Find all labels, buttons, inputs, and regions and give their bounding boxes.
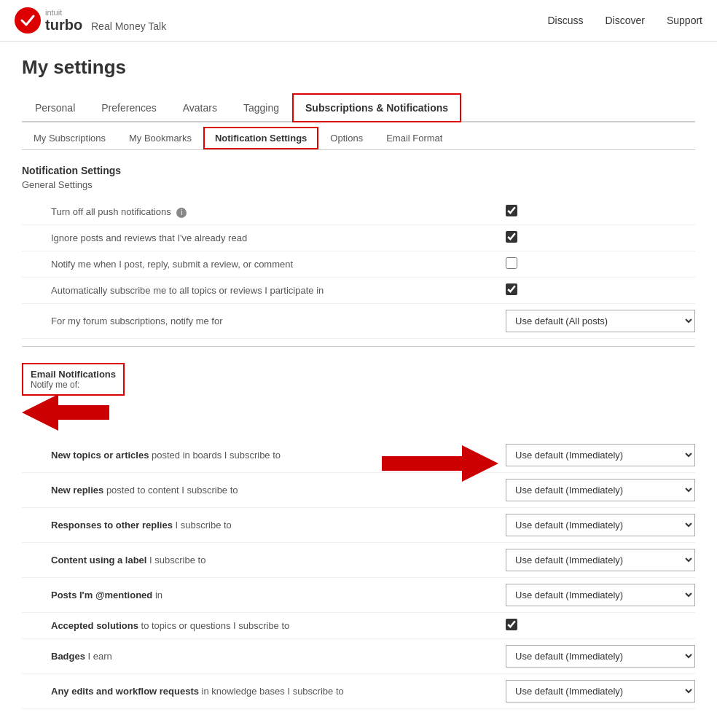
- settings-row-mentioned: Posts I'm @mentioned in Use default (Imm…: [22, 578, 695, 613]
- notification-settings-title: Notification Settings: [22, 165, 695, 176]
- arrow-left-annotation: [22, 394, 109, 431]
- section-divider: [22, 346, 695, 347]
- tab-options[interactable]: Options: [318, 127, 375, 149]
- mentioned-control: Use default (Immediately) Immediately Da…: [506, 584, 695, 606]
- auto-subscribe-checkbox[interactable]: [506, 283, 517, 295]
- email-rows-container: New topics or articles posted in boards …: [22, 438, 695, 709]
- tab-email-format[interactable]: Email Format: [375, 127, 454, 149]
- badges-label: Badges I earn: [22, 651, 506, 662]
- tab-tagging[interactable]: Tagging: [230, 93, 292, 122]
- new-topics-select[interactable]: Use default (Immediately) Immediately Da…: [506, 444, 695, 466]
- accepted-solutions-checkbox[interactable]: [506, 619, 517, 630]
- auto-subscribe-control: [506, 283, 695, 297]
- forum-notify-label: For my forum subscriptions, notify me fo…: [22, 316, 506, 326]
- accepted-solutions-label: Accepted solutions to topics or question…: [22, 620, 506, 631]
- mentioned-label: Posts I'm @mentioned in: [22, 590, 506, 600]
- new-replies-label: New replies posted to content I subscrib…: [22, 485, 506, 496]
- logo-icon: [15, 7, 41, 34]
- ignore-read-label: Ignore posts and reviews that I've alrea…: [22, 232, 506, 243]
- settings-row-accepted-solutions: Accepted solutions to topics or question…: [22, 613, 695, 639]
- tab-notification-settings[interactable]: Notification Settings: [203, 127, 318, 149]
- settings-row-responses: Responses to other replies I subscribe t…: [22, 508, 695, 543]
- arrow-right-annotation: [382, 445, 498, 484]
- label-content-label: Content using a label I subscribe to: [22, 555, 506, 565]
- main-content: My settings Personal Preferences Avatars…: [0, 42, 717, 728]
- tab-preferences[interactable]: Preferences: [88, 93, 169, 122]
- tab-my-subscriptions[interactable]: My Subscriptions: [22, 127, 117, 149]
- svg-marker-1: [22, 394, 109, 431]
- email-notifications-title: Email Notifications: [31, 369, 116, 380]
- page-title: My settings: [22, 56, 695, 79]
- label-content-select[interactable]: Use default (Immediately) Immediately Da…: [506, 549, 695, 571]
- info-icon-push[interactable]: i: [176, 208, 187, 218]
- tab-avatars[interactable]: Avatars: [170, 93, 230, 122]
- email-notifications-header: Email Notifications Notify me of:: [22, 354, 695, 431]
- notification-settings-section: Notification Settings General Settings T…: [22, 165, 695, 709]
- brand-name: intuit turbo Real Money Talk: [45, 9, 166, 33]
- top-nav: intuit turbo Real Money Talk Discuss Dis…: [0, 0, 717, 42]
- logo-area: intuit turbo Real Money Talk: [15, 7, 166, 34]
- push-off-checkbox[interactable]: [506, 205, 517, 216]
- new-replies-select[interactable]: Use default (Immediately) Immediately Da…: [506, 479, 695, 501]
- nav-discuss[interactable]: Discuss: [547, 15, 583, 26]
- badges-control: Use default (Immediately) Immediately Da…: [506, 645, 695, 668]
- label-content-control: Use default (Immediately) Immediately Da…: [506, 549, 695, 571]
- push-off-control: [506, 205, 695, 219]
- notify-post-label: Notify me when I post, reply, submit a r…: [22, 259, 506, 270]
- edits-select[interactable]: Use default (Immediately) Immediately Da…: [506, 680, 695, 702]
- settings-row-ignore-read: Ignore posts and reviews that I've alrea…: [22, 225, 695, 251]
- ignore-read-checkbox[interactable]: [506, 231, 517, 243]
- tab-my-bookmarks[interactable]: My Bookmarks: [117, 127, 203, 149]
- new-topics-control: Use default (Immediately) Immediately Da…: [506, 444, 695, 466]
- settings-row-notify-post: Notify me when I post, reply, submit a r…: [22, 251, 695, 278]
- settings-row-forum-notify: For my forum subscriptions, notify me fo…: [22, 304, 695, 339]
- forum-notify-select[interactable]: Use default (All posts) All posts New to…: [506, 310, 695, 332]
- settings-row-new-topics: New topics or articles posted in boards …: [22, 438, 695, 473]
- notify-post-checkbox[interactable]: [506, 257, 517, 269]
- responses-control: Use default (Immediately) Immediately Da…: [506, 514, 695, 536]
- settings-row-new-replies: New replies posted to content I subscrib…: [22, 473, 695, 508]
- svg-marker-2: [382, 445, 498, 482]
- primary-tabs: Personal Preferences Avatars Tagging Sub…: [22, 93, 695, 122]
- settings-row-push-off: Turn off all push notifications i: [22, 199, 695, 225]
- general-settings-subtitle: General Settings: [22, 179, 695, 190]
- push-off-label: Turn off all push notifications i: [22, 206, 506, 218]
- settings-row-badges: Badges I earn Use default (Immediately) …: [22, 639, 695, 674]
- accepted-solutions-control: [506, 619, 695, 633]
- forum-notify-control: Use default (All posts) All posts New to…: [506, 310, 695, 332]
- settings-row-label-content: Content using a label I subscribe to Use…: [22, 543, 695, 578]
- edits-label: Any edits and workflow requests in knowl…: [22, 686, 506, 697]
- settings-row-auto-subscribe: Automatically subscribe me to all topics…: [22, 278, 695, 304]
- tab-subscriptions[interactable]: Subscriptions & Notifications: [292, 93, 461, 122]
- email-notifications-box: Email Notifications Notify me of:: [22, 363, 125, 396]
- nav-support[interactable]: Support: [667, 15, 702, 26]
- mentioned-select[interactable]: Use default (Immediately) Immediately Da…: [506, 584, 695, 606]
- tab-personal[interactable]: Personal: [22, 93, 88, 122]
- ignore-read-control: [506, 231, 695, 245]
- top-nav-links: Discuss Discover Support: [547, 15, 702, 26]
- responses-label: Responses to other replies I subscribe t…: [22, 520, 506, 531]
- svg-point-0: [15, 7, 41, 34]
- nav-discover[interactable]: Discover: [605, 15, 644, 26]
- email-notifications-sub: Notify me of:: [31, 380, 116, 390]
- secondary-tabs: My Subscriptions My Bookmarks Notificati…: [22, 122, 695, 150]
- settings-row-edits: Any edits and workflow requests in knowl…: [22, 674, 695, 709]
- edits-control: Use default (Immediately) Immediately Da…: [506, 680, 695, 702]
- responses-select[interactable]: Use default (Immediately) Immediately Da…: [506, 514, 695, 536]
- new-replies-control: Use default (Immediately) Immediately Da…: [506, 479, 695, 501]
- notify-post-control: [506, 257, 695, 271]
- badges-select[interactable]: Use default (Immediately) Immediately Da…: [506, 645, 695, 668]
- auto-subscribe-label: Automatically subscribe me to all topics…: [22, 285, 506, 296]
